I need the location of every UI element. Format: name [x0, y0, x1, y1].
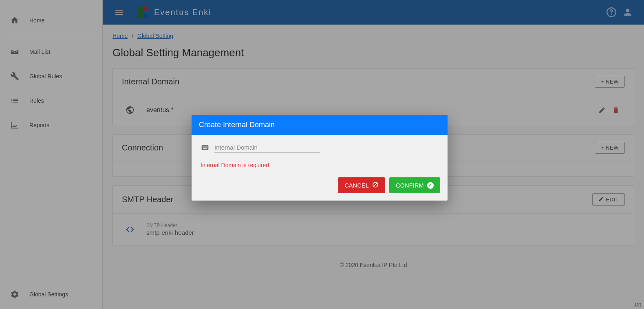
cancel-button[interactable]: CANCEL: [338, 177, 385, 193]
keyboard-icon: [201, 143, 210, 152]
internal-domain-input[interactable]: [214, 142, 320, 153]
create-domain-modal: Create Internal Domain Internal Domain i…: [192, 115, 448, 201]
svg-line-7: [374, 183, 377, 186]
modal-title: Create Internal Domain: [192, 115, 448, 135]
button-label: CONFIRM: [396, 182, 424, 189]
block-icon: [372, 181, 379, 189]
button-label: CANCEL: [344, 182, 369, 189]
check-icon: ✓: [427, 182, 434, 189]
confirm-button[interactable]: CONFIRM ✓: [389, 177, 440, 193]
validation-error: Internal Domain is required.: [201, 162, 439, 168]
